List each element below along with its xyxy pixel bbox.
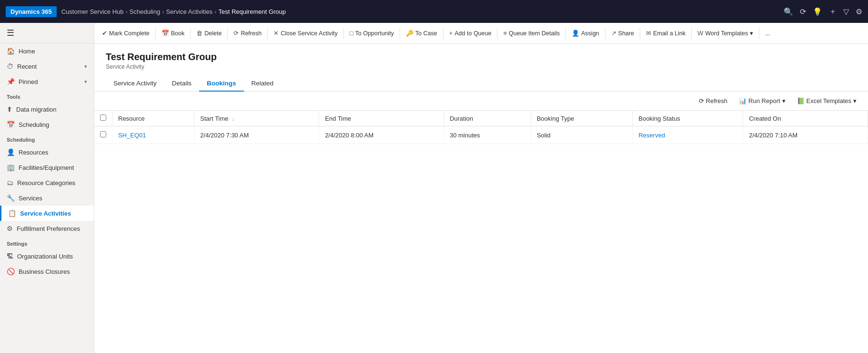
queue-item-details-button[interactable]: ≡ Queue Item Details [499,27,564,40]
cmd-sep-1 [155,28,156,39]
tab-bookings[interactable]: Bookings [199,76,244,92]
sidebar-item-services[interactable]: 🔧 Services [0,190,94,206]
mark-complete-button[interactable]: ✔ Mark Complete [98,27,153,40]
booking-status-link[interactable]: Reserved [638,132,665,139]
sidebar-item-fulfillment-preferences[interactable]: ⚙ Fulfillment Preferences [0,221,94,236]
sidebar: ☰ 🏠 Home ⏱ Recent ▾ 📌 Pinned ▾ Tools ⬆ D… [0,23,94,353]
sidebar-item-organizational-units[interactable]: 🏗 Organizational Units [0,249,94,264]
run-report-button[interactable]: 📊 Run Report ▾ [735,95,789,106]
section-tools: Tools [0,89,94,102]
services-icon: 🔧 [7,194,15,202]
col-check [94,111,112,126]
grid-refresh-icon: ⟳ [699,97,704,104]
sidebar-item-business-closures[interactable]: 🚫 Business Closures [0,264,94,279]
tab-details[interactable]: Details [164,76,199,92]
col-booking-type: Booking Type [531,111,633,126]
sidebar-item-service-activities[interactable]: 📋 Service Activities [0,206,94,221]
tab-related[interactable]: Related [244,76,282,92]
cell-resource: SH_EQ01 [112,126,194,144]
pin-icon: 📌 [7,78,15,85]
col-start-time[interactable]: Start Time ↓ [194,111,319,126]
facilities-icon: 🏢 [7,164,15,171]
cmd-sep-6 [400,28,400,39]
delete-icon: 🗑 [196,30,202,37]
cmd-sep-10 [605,28,606,39]
cmd-sep-4 [267,28,268,39]
sidebar-toggle[interactable]: ☰ [0,23,94,43]
add-icon[interactable]: ＋ [829,7,837,17]
sidebar-item-scheduling[interactable]: 📅 Scheduling [0,117,94,132]
email-link-button[interactable]: ✉ Email a Link [642,27,689,40]
delete-button[interactable]: 🗑 Delete [192,27,225,40]
command-bar: ✔ Mark Complete 📅 Book 🗑 Delete ⟳ Refres… [94,23,868,44]
share-button[interactable]: ↗ Share [607,27,638,40]
tabs: Service Activity Details Bookings Relate… [94,70,868,92]
to-case-button[interactable]: 🔑 To Case [402,27,441,40]
breadcrumb-item-0[interactable]: Customer Service Hub [61,8,124,15]
close-service-activity-button[interactable]: ✕ Close Service Activity [270,27,341,40]
cell-start-time: 2/4/2020 7:30 AM [194,126,319,144]
section-scheduling: Scheduling [0,132,94,145]
sidebar-item-resource-categories[interactable]: 🗂 Resource Categories [0,175,94,190]
content-area: ✔ Mark Complete 📅 Book 🗑 Delete ⟳ Refres… [94,23,868,353]
share-icon: ↗ [611,30,616,37]
close-icon: ✕ [273,30,279,37]
refresh-icon[interactable]: ⟳ [800,7,806,16]
section-settings: Settings [0,236,94,249]
resource-link[interactable]: SH_EQ01 [118,132,146,139]
sidebar-item-home[interactable]: 🏠 Home [0,43,94,59]
cmd-sep-13 [759,28,759,39]
recent-icon: ⏱ [7,62,13,70]
select-all-checkbox[interactable] [100,114,106,121]
help-icon[interactable]: 💡 [813,7,822,16]
assign-button[interactable]: 👤 Assign [568,27,603,40]
table-header-row: Resource Start Time ↓ End Time Duration [94,111,868,126]
cmd-sep-2 [190,28,191,39]
more-button[interactable]: ... [761,27,774,40]
word-templates-button[interactable]: W Word Templates ▾ [694,27,757,40]
search-icon[interactable]: 🔍 [784,7,793,16]
brand[interactable]: Dynamics 365 [6,6,57,17]
recent-chevron: ▾ [84,63,87,70]
sidebar-item-recent[interactable]: ⏱ Recent ▾ [0,59,94,74]
to-opportunity-button[interactable]: □ To Opportunity [346,27,398,40]
book-icon: 📅 [161,30,169,37]
book-button[interactable]: 📅 Book [158,27,189,40]
resource-categories-icon: 🗂 [7,179,13,187]
start-time-sort-arrow: ↓ [232,116,235,122]
resources-icon: 👤 [7,148,15,156]
pinned-chevron: ▾ [84,79,87,85]
sidebar-item-data-migration[interactable]: ⬆ Data migration [0,102,94,117]
refresh-button[interactable]: ⟳ Refresh [230,27,265,40]
case-icon: 🔑 [406,30,414,37]
filter-icon[interactable]: ▽ [843,7,849,16]
sidebar-item-pinned[interactable]: 📌 Pinned ▾ [0,74,94,89]
opportunity-icon: □ [350,30,353,37]
grid-refresh-button[interactable]: ⟳ Refresh [695,95,732,106]
sidebar-item-resources[interactable]: 👤 Resources [0,145,94,160]
settings-icon[interactable]: ⚙ [856,7,862,16]
breadcrumb-item-1[interactable]: Scheduling [130,8,160,15]
excel-templates-button[interactable]: 📗 Excel Templates ▾ [793,95,860,106]
data-migration-icon: ⬆ [7,105,12,113]
page-title: Test Requirement Group [106,52,857,62]
page-header: Test Requirement Group Service Activity [94,44,868,70]
row-checkbox[interactable] [100,131,106,137]
org-units-icon: 🏗 [7,252,13,260]
fulfillment-icon: ⚙ [7,225,13,232]
run-report-icon: 📊 [739,97,747,104]
cell-duration: 30 minutes [444,126,531,144]
cell-end-time: 2/4/2020 8:00 AM [319,126,444,144]
breadcrumb-item-2[interactable]: Service Activities [166,8,213,15]
sidebar-item-facilities-equipment[interactable]: 🏢 Facilities/Equipment [0,160,94,175]
cmd-sep-9 [565,28,566,39]
tab-service-activity[interactable]: Service Activity [106,76,164,92]
col-resource: Resource [112,111,194,126]
add-to-queue-button[interactable]: + Add to Queue [445,27,495,40]
breadcrumb: Customer Service Hub › Scheduling › Serv… [61,8,779,15]
excel-icon: 📗 [797,97,805,104]
scheduling-icon: 📅 [7,121,15,128]
cmd-sep-8 [497,28,497,39]
cmd-sep-11 [640,28,640,39]
row-check[interactable] [94,126,112,144]
